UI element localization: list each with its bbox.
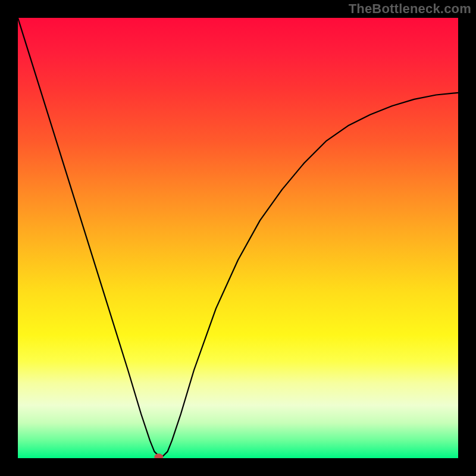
bottleneck-curve [18, 18, 458, 456]
min-marker [155, 454, 163, 458]
plot-area [18, 18, 458, 458]
watermark-text: TheBottleneck.com [349, 1, 471, 17]
chart-frame: TheBottleneck.com [0, 0, 476, 476]
curve-svg [18, 18, 458, 458]
